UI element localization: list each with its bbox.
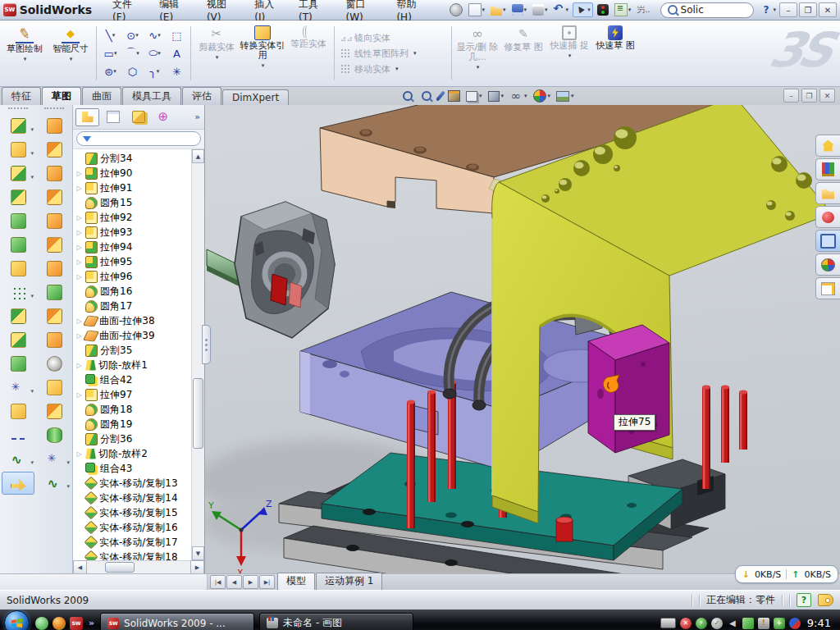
- dropdown-icon[interactable]: ▾: [114, 50, 117, 57]
- sketch-tool-11[interactable]: ✳: [172, 66, 181, 78]
- expand-arrow-icon[interactable]: ▷: [75, 391, 83, 399]
- dropdown-icon[interactable]: ▾: [70, 54, 73, 64]
- zoom-selection-button[interactable]: [438, 89, 443, 103]
- solidworks-forum-tab[interactable]: [815, 206, 840, 228]
- minimize-button[interactable]: –: [779, 2, 797, 17]
- options-button[interactable]: ▾: [613, 2, 633, 17]
- ribbon-tab-1[interactable]: 草图: [42, 87, 81, 105]
- keyboard-icon[interactable]: [660, 618, 676, 628]
- repair-button[interactable]: 修复草 图: [500, 22, 546, 84]
- dropdown-icon[interactable]: ▾: [524, 93, 527, 99]
- red-insert[interactable]: [271, 274, 287, 305]
- ribbon-tab-5[interactable]: DimXpert: [222, 89, 289, 105]
- sketch-tool-0[interactable]: ╲▾: [106, 30, 115, 42]
- tree-item-实体-移动/复制18[interactable]: 实体-移动/复制18: [73, 550, 191, 560]
- instant3d-button[interactable]: [2, 472, 34, 495]
- warning-icon[interactable]: !: [758, 618, 769, 629]
- expand-arrow-icon[interactable]: ▷: [75, 317, 83, 325]
- fillet-button[interactable]: ▾: [2, 162, 34, 184]
- dropdown-icon[interactable]: ▾: [216, 52, 219, 62]
- sketch-tool-2[interactable]: ∿▾: [148, 30, 160, 42]
- dropdown-icon[interactable]: ▾: [413, 50, 417, 57]
- dropdown-icon[interactable]: ▾: [571, 93, 574, 99]
- knit-surface-button[interactable]: [39, 305, 70, 326]
- exploded-mold-assembly-model[interactable]: Y Z X: [205, 105, 840, 573]
- pin-button[interactable]: [448, 2, 464, 17]
- dropdown-icon[interactable]: ▾: [477, 62, 480, 72]
- sketch-button[interactable]: 草图绘制▾: [2, 22, 48, 84]
- configurationmanager-tab[interactable]: [126, 108, 150, 126]
- health-plus-icon[interactable]: +: [774, 618, 785, 629]
- sketch-tool-10[interactable]: ╮▾: [150, 66, 159, 78]
- doc-minimize-button[interactable]: –: [783, 89, 799, 103]
- pattern-button[interactable]: 线性草图阵列▾: [340, 48, 445, 60]
- solidworks-resources-home-tab[interactable]: [815, 135, 840, 157]
- scroll-up-arrow[interactable]: ▲: [192, 149, 204, 163]
- dropdown-icon[interactable]: ▾: [479, 93, 482, 99]
- tags-icon[interactable]: [818, 594, 833, 606]
- untrim-surface-button[interactable]: [39, 400, 70, 422]
- dropdown-icon[interactable]: ▾: [157, 68, 160, 75]
- view-orientation-button[interactable]: ▾: [465, 90, 483, 103]
- spline-button[interactable]: ▾: [2, 448, 34, 469]
- doc-restore-button[interactable]: ❐: [801, 89, 817, 103]
- extruded-cut-button[interactable]: ▾: [2, 139, 34, 160]
- move-button[interactable]: 移动实体▾: [340, 63, 445, 75]
- dropdown-icon[interactable]: ▾: [112, 32, 116, 39]
- custom-properties-tab[interactable]: [815, 277, 840, 299]
- sketch-tool-8[interactable]: ⊜▾: [104, 66, 116, 78]
- tree-item-切除-放样1[interactable]: ▷切除-放样1: [73, 358, 191, 372]
- linear-pattern-button[interactable]: ▾: [2, 281, 34, 303]
- doc-tab-0[interactable]: 模型: [277, 573, 315, 590]
- surface-fillet-button[interactable]: [39, 329, 70, 350]
- ejector-pin-5[interactable]: [721, 386, 729, 463]
- help-button[interactable]: ?: [764, 4, 769, 16]
- quick-tips-button[interactable]: ?: [797, 593, 811, 607]
- dropdown-icon[interactable]: ▾: [568, 51, 572, 61]
- view-palette-tab[interactable]: [815, 230, 840, 252]
- select-button[interactable]: ▾: [573, 2, 593, 17]
- tree-item-切除-放样2[interactable]: ▷切除-放样2: [73, 446, 191, 461]
- doc-tab-1[interactable]: 运动算例 1: [316, 573, 382, 590]
- appearances-tab[interactable]: [815, 253, 840, 276]
- dropdown-icon[interactable]: ▾: [395, 66, 399, 72]
- apply-scene-button[interactable]: ▾: [555, 90, 575, 103]
- volume-icon[interactable]: ◀: [727, 618, 738, 629]
- zoom-fit-button[interactable]: [400, 89, 415, 103]
- ruled-surface-button[interactable]: [39, 281, 70, 303]
- filled-surface-button[interactable]: [39, 210, 70, 231]
- dropdown-icon[interactable]: ▾: [30, 150, 34, 157]
- revolved-surface-button[interactable]: [39, 139, 70, 160]
- dropdown-icon[interactable]: ▾: [566, 7, 569, 13]
- tree-item-拉伸92[interactable]: ▷拉伸92: [73, 210, 191, 225]
- dropdown-icon[interactable]: ▾: [524, 7, 527, 13]
- save-button[interactable]: ▾: [510, 3, 529, 16]
- taskbar-task-1[interactable]: 未命名 - 画图: [259, 613, 413, 630]
- featuremanager-tab[interactable]: [75, 108, 99, 126]
- dropdown-icon[interactable]: ▾: [66, 483, 70, 490]
- tree-horizontal-scrollbar[interactable]: ◀ ▶: [73, 560, 204, 573]
- ribbon-tab-4[interactable]: 评估: [182, 87, 221, 105]
- dropdown-icon[interactable]: ▾: [30, 459, 34, 466]
- dropdown-icon[interactable]: ▾: [136, 50, 139, 57]
- small-red-cylinder[interactable]: [556, 517, 573, 541]
- support-bracket-olive[interactable]: [492, 105, 832, 523]
- sketch-tool-1[interactable]: ⊙▾: [126, 30, 138, 42]
- sketch-tool-9[interactable]: ⬡: [128, 66, 137, 78]
- location-pin-icon[interactable]: [742, 618, 754, 629]
- dropdown-icon[interactable]: ▾: [587, 7, 591, 13]
- design-library-tab[interactable]: [815, 158, 840, 180]
- tree-item-拉伸90[interactable]: ▷拉伸90: [73, 166, 191, 180]
- swept-surface-button[interactable]: [39, 115, 70, 136]
- expand-arrow-icon[interactable]: ▷: [75, 185, 83, 192]
- split-button[interactable]: [2, 329, 34, 350]
- propertymanager-tab[interactable]: [101, 108, 125, 126]
- reference-geometry-button[interactable]: ▾: [2, 377, 34, 398]
- expand-arrow-icon[interactable]: ▷: [75, 362, 83, 369]
- tree-item-分割34[interactable]: 分割34: [73, 151, 191, 166]
- combine-button[interactable]: [2, 305, 34, 326]
- green-shield-icon[interactable]: ⚡: [696, 618, 707, 629]
- start-button[interactable]: [4, 610, 30, 630]
- offset-button[interactable]: 等距实体: [285, 22, 331, 84]
- new-button[interactable]: ▾: [467, 2, 487, 17]
